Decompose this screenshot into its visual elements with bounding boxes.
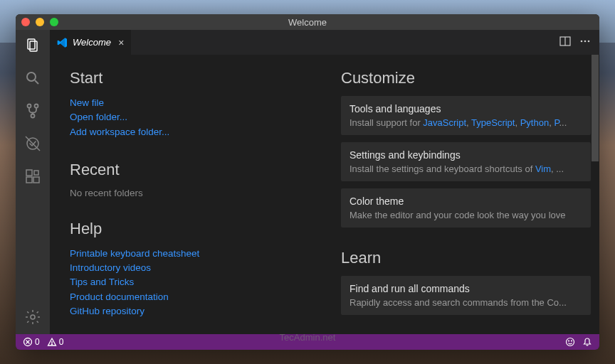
settings-keybindings-card[interactable]: Settings and keybindings Install the set… [341, 142, 591, 181]
source-control-icon[interactable] [23, 101, 43, 121]
svg-line-3 [35, 80, 38, 84]
warnings-status[interactable]: 0 [47, 337, 64, 347]
github-link[interactable]: GitHub repository [70, 304, 320, 318]
recent-section: Recent No recent folders [70, 161, 320, 198]
svg-point-4 [28, 105, 31, 108]
debug-icon[interactable] [23, 134, 43, 154]
statusbar: 0 0 [16, 334, 599, 350]
start-heading: Start [70, 69, 320, 87]
open-folder-link[interactable]: Open folder... [70, 110, 320, 124]
new-file-link[interactable]: New file [70, 96, 320, 110]
docs-link[interactable]: Product documentation [70, 290, 320, 304]
svg-point-18 [588, 40, 590, 42]
card-title: Tools and languages [349, 103, 582, 114]
svg-point-23 [51, 344, 52, 345]
search-icon[interactable] [23, 68, 43, 88]
svg-rect-0 [28, 39, 35, 49]
recent-empty: No recent folders [70, 188, 320, 198]
customize-heading: Customize [341, 69, 591, 87]
scrollbar-thumb[interactable] [592, 55, 599, 161]
svg-line-8 [26, 136, 40, 151]
color-theme-card[interactable]: Color theme Make the editor and your cod… [341, 188, 591, 228]
explorer-icon[interactable] [23, 36, 43, 55]
card-desc: Make the editor and your code look the w… [349, 210, 582, 220]
svg-point-17 [584, 40, 587, 42]
svg-point-2 [27, 73, 36, 81]
feedback-icon[interactable] [565, 337, 575, 347]
activity-bar [16, 30, 50, 334]
extensions-icon[interactable] [23, 166, 43, 186]
tab-welcome[interactable]: Welcome × [50, 30, 132, 55]
svg-rect-11 [33, 177, 39, 183]
card-desc: Install support for JavaScript, TypeScri… [349, 117, 582, 128]
tab-label: Welcome [73, 37, 111, 48]
svg-point-16 [581, 40, 583, 42]
add-workspace-link[interactable]: Add workspace folder... [70, 125, 320, 139]
videos-link[interactable]: Introductory videos [70, 261, 320, 275]
tips-link[interactable]: Tips and Tricks [70, 275, 320, 289]
help-section: Help Printable keyboard cheatsheet Intro… [70, 220, 320, 318]
split-editor-icon[interactable] [559, 36, 571, 50]
settings-gear-icon[interactable] [23, 307, 43, 327]
errors-status[interactable]: 0 [23, 337, 40, 347]
minimize-window-button[interactable] [36, 18, 44, 26]
svg-point-13 [31, 315, 35, 319]
svg-point-26 [572, 341, 572, 341]
card-title: Color theme [349, 196, 582, 207]
traffic-lights [21, 18, 58, 26]
card-desc: Install the settings and keyboard shortc… [349, 164, 582, 174]
titlebar: Welcome [16, 14, 599, 30]
svg-rect-10 [26, 177, 32, 183]
app-window: Welcome [16, 14, 599, 350]
close-window-button[interactable] [21, 18, 30, 26]
vscode-icon [57, 37, 68, 48]
more-actions-icon[interactable] [579, 36, 591, 50]
learn-heading: Learn [341, 249, 591, 267]
card-title: Settings and keybindings [349, 149, 582, 161]
card-desc: Rapidly access and search commands from … [349, 297, 582, 308]
scrollbar[interactable] [591, 55, 599, 334]
tools-languages-card[interactable]: Tools and languages Install support for … [341, 96, 591, 135]
svg-point-25 [569, 341, 569, 341]
learn-section: Learn Find and run all commands Rapidly … [341, 249, 591, 315]
help-heading: Help [70, 220, 320, 238]
customize-section: Customize Tools and languages Install su… [341, 69, 591, 228]
start-section: Start New file Open folder... Add worksp… [70, 69, 320, 139]
welcome-page: Start New file Open folder... Add worksp… [50, 55, 591, 334]
svg-point-5 [35, 105, 38, 108]
window-title: Welcome [288, 17, 327, 28]
tabs-bar: Welcome × [50, 30, 599, 55]
notifications-icon[interactable] [582, 337, 592, 347]
close-icon[interactable]: × [118, 37, 124, 48]
cheatsheet-link[interactable]: Printable keyboard cheatsheet [70, 247, 320, 261]
recent-heading: Recent [70, 161, 320, 179]
maximize-window-button[interactable] [50, 18, 58, 26]
svg-rect-12 [34, 171, 38, 175]
commands-card[interactable]: Find and run all commands Rapidly access… [341, 276, 591, 315]
svg-rect-9 [26, 170, 32, 176]
svg-rect-1 [30, 41, 37, 51]
svg-point-24 [567, 338, 574, 346]
svg-point-6 [31, 114, 35, 118]
card-title: Find and run all commands [349, 283, 582, 294]
